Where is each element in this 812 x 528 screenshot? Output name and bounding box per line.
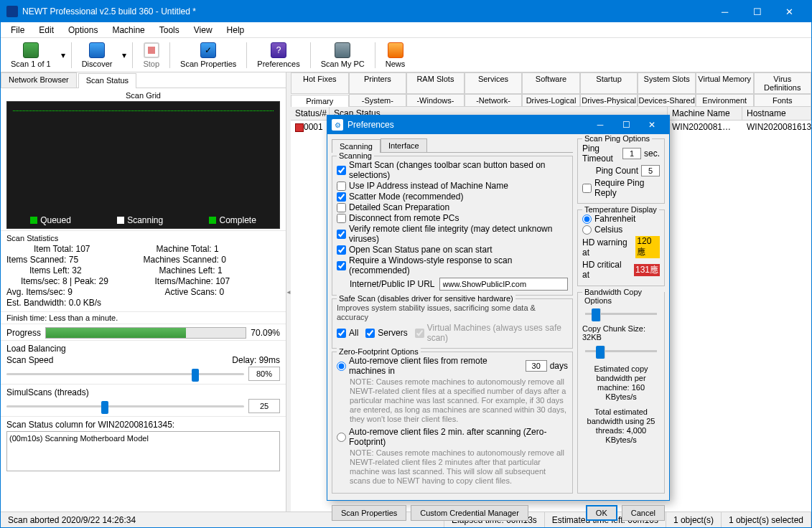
discover-dropdown[interactable]: ▾ <box>119 50 129 60</box>
scan-grid-label: Scan Grid <box>6 91 280 100</box>
tab-devices-shared[interactable]: Devices-Shared <box>638 94 696 106</box>
ping-count-input[interactable] <box>641 165 660 176</box>
tab-startup[interactable]: Startup <box>580 72 638 93</box>
news-icon <box>388 42 403 58</box>
simulscans-slider[interactable] <box>6 399 244 413</box>
tab-scan-status[interactable]: Scan Status <box>78 73 136 88</box>
tab-fonts[interactable]: Fonts <box>754 94 812 106</box>
ping-timeout-input[interactable] <box>622 148 641 159</box>
progress-label: Progress <box>6 328 41 338</box>
menu-help[interactable]: Help <box>220 24 252 37</box>
scan-icon <box>23 42 39 58</box>
simulscans-title: SimulScans (threads) <box>6 387 280 397</box>
menu-options[interactable]: Options <box>61 24 105 37</box>
opt-disconnect[interactable]: Disconnect from remote PCs <box>337 213 568 223</box>
hd-critical-value[interactable]: 131應 <box>634 264 660 276</box>
status-selected: 1 object(s) selected <box>722 512 811 527</box>
window-title: NEWT Professional v2.5 build 360 - Untit… <box>22 6 709 16</box>
tab-hotfixes[interactable]: Hot Fixes <box>291 72 349 93</box>
menu-tools[interactable]: Tools <box>152 24 187 37</box>
tab-environment[interactable]: Environment <box>696 94 754 106</box>
opt-open-pane[interactable]: Open Scan Status pane on scan start <box>337 245 568 255</box>
status-objects: 1 object(s) <box>666 512 722 527</box>
ip-url-input[interactable] <box>439 278 568 291</box>
minimize-button[interactable]: ─ <box>709 1 741 22</box>
stop-button[interactable]: Stop <box>136 41 167 70</box>
tab-virus-definitions[interactable]: Virus Definitions <box>754 72 812 93</box>
opt-detailed[interactable]: Detailed Scan Preparation <box>337 202 568 212</box>
scan-speed-value[interactable]: 80% <box>248 367 280 381</box>
dialog-cancel-button[interactable]: Cancel <box>622 505 665 521</box>
toolbar: Scan 1 of 1 ▾ Discover ▾ Stop ✓ Scan Pro… <box>1 38 811 72</box>
tab-primary[interactable]: Primary <box>291 95 349 107</box>
tab-drives-logical[interactable]: Drives-Logical <box>522 94 580 106</box>
dialog-scan-properties-button[interactable]: Scan Properties <box>332 505 406 521</box>
maximize-button[interactable]: ☐ <box>741 1 773 22</box>
preferences-button[interactable]: ? Preferences <box>250 41 307 70</box>
dialog-title: Preferences <box>347 120 587 130</box>
dialog-icon: ⚙ <box>332 119 343 131</box>
scan-properties-icon: ✓ <box>200 42 216 58</box>
tab-network[interactable]: -Network- <box>465 94 523 106</box>
simulscans-value[interactable]: 25 <box>248 399 280 413</box>
dialog-close[interactable]: ✕ <box>639 116 665 134</box>
stop-icon <box>144 42 159 58</box>
zero-days-input[interactable] <box>526 360 547 372</box>
discover-button[interactable]: Discover <box>75 41 120 70</box>
menu-view[interactable]: View <box>187 24 220 37</box>
load-balancing-title: Load Balancing <box>6 344 280 354</box>
opt-smart-scan[interactable]: Smart Scan (changes toolbar scan button … <box>337 160 568 180</box>
dialog-credential-manager-button[interactable]: Custom Credential Manager <box>411 505 528 521</box>
main-titlebar: NEWT Professional v2.5 build 360 - Untit… <box>1 1 811 22</box>
finish-time: Finish time: Less than a minute. <box>1 311 286 324</box>
news-button[interactable]: News <box>378 41 413 70</box>
scan-statistics: Item Total: 107Machine Total: 1 Items Sc… <box>6 244 280 308</box>
ip-url-label: Internet/Public IP URL <box>350 279 435 289</box>
chunk-size-slider[interactable] <box>582 343 660 360</box>
scan-button[interactable]: Scan 1 of 1 <box>4 41 58 70</box>
require-ping-reply[interactable]: Require Ping Reply <box>582 178 660 198</box>
safe-all[interactable]: All <box>337 328 358 338</box>
scan-properties-button[interactable]: ✓ Scan Properties <box>173 41 243 70</box>
tab-drives-physical[interactable]: Drives-Physical <box>580 94 638 106</box>
dialog-tab-interface[interactable]: Interface <box>381 138 427 152</box>
preferences-dialog: ⚙ Preferences ─ ☐ ✕ Scanning Interface S… <box>327 115 670 501</box>
tab-services[interactable]: Services <box>465 72 523 93</box>
tab-system[interactable]: -System- <box>349 94 407 106</box>
scan-grid: Queued Scanning Complete <box>6 101 280 229</box>
tab-network-browser[interactable]: Network Browser <box>1 72 77 88</box>
scan-dropdown[interactable]: ▾ <box>58 50 68 60</box>
menu-file[interactable]: File <box>4 24 32 37</box>
progress-bar <box>45 327 246 339</box>
dialog-titlebar[interactable]: ⚙ Preferences ─ ☐ ✕ <box>327 116 669 134</box>
tab-windows[interactable]: -Windows- <box>406 94 465 106</box>
tab-ram-slots[interactable]: RAM Slots <box>406 72 465 93</box>
zero-auto-2min[interactable]: Auto-remove client files 2 min. after sc… <box>337 427 568 447</box>
tab-printers[interactable]: Printers <box>349 72 407 93</box>
tab-software[interactable]: Software <box>522 72 580 93</box>
scan-my-pc-button[interactable]: Scan My PC <box>314 41 372 70</box>
dialog-minimize[interactable]: ─ <box>587 116 613 134</box>
opt-win-response[interactable]: Require a Windows-style response to scan… <box>337 255 568 275</box>
dialog-maximize[interactable]: ☐ <box>613 116 639 134</box>
menu-edit[interactable]: Edit <box>32 24 61 37</box>
preferences-icon: ? <box>271 42 286 58</box>
safe-servers[interactable]: Servers <box>365 328 407 338</box>
packet-delay-slider[interactable] <box>582 306 660 323</box>
progress-pct: 70.09% <box>251 328 280 338</box>
tab-virtual-memory[interactable]: Virtual Memory <box>696 72 754 93</box>
dialog-ok-button[interactable]: OK <box>586 505 617 521</box>
close-button[interactable]: ✕ <box>773 1 806 22</box>
temp-fahrenheit[interactable]: Fahrenheit <box>582 214 660 224</box>
opt-verify[interactable]: Verify remote client file integrity (may… <box>337 224 568 244</box>
right-tabs-upper: Hot Fixes Printers RAM Slots Services So… <box>291 72 811 94</box>
opt-use-ip[interactable]: Use IP Address instead of Machine Name <box>337 181 568 191</box>
menu-machine[interactable]: Machine <box>105 24 151 37</box>
opt-scatter[interactable]: Scatter Mode (recommended) <box>337 192 568 202</box>
temp-celsius[interactable]: Celsius <box>582 225 660 235</box>
scan-my-pc-icon <box>335 42 350 58</box>
tab-system-slots[interactable]: System Slots <box>638 72 696 93</box>
zero-auto-days[interactable]: Auto-remove client files from remote mac… <box>337 356 568 376</box>
scan-speed-slider[interactable] <box>6 367 244 381</box>
hd-warning-value[interactable]: 120應 <box>635 236 660 258</box>
